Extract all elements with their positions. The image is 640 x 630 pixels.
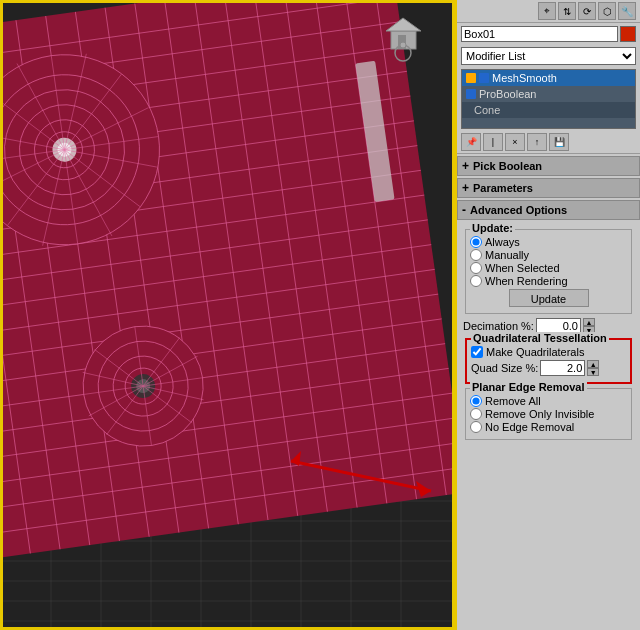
decimation-label: Decimation %: (463, 320, 534, 332)
modifier-stack: MeshSmooth ProBoolean Cone (461, 69, 636, 129)
pin-button[interactable]: 📌 (461, 133, 481, 151)
pick-boolean-header[interactable]: Pick Boolean (457, 156, 640, 176)
advanced-options-header[interactable]: Advanced Options (457, 200, 640, 220)
planar-invisible-item: Remove Only Invisible (470, 408, 627, 420)
parameters-label: Parameters (473, 182, 533, 194)
right-panel: ⌖ ⇅ ⟳ ⬡ 🔧 Modifier List MeshSmooth ProBo… (455, 0, 640, 630)
update-when-selected-radio[interactable] (470, 262, 482, 274)
parameters-toggle (462, 181, 469, 195)
scene-svg (1, 1, 455, 630)
update-radio-group: Always Manually When Selected When Rende… (470, 236, 627, 287)
quadrilateral-group: Quadrilateral Tessellation Make Quadrila… (465, 338, 632, 384)
update-button[interactable]: Update (509, 289, 589, 307)
quad-size-label: Quad Size %: (471, 362, 538, 374)
proboolean-icon (466, 89, 476, 99)
modifier-item-proboolean[interactable]: ProBoolean (462, 86, 635, 102)
advanced-toggle (462, 203, 466, 217)
toolbar-icon-1[interactable]: ⌖ (538, 2, 556, 20)
toolbar-icon-2[interactable]: ⇅ (558, 2, 576, 20)
quad-size-spinner: ▲ ▼ (587, 360, 599, 376)
planar-all-label: Remove All (485, 395, 541, 407)
pick-boolean-toggle (462, 159, 469, 173)
modifier-toolbar: 📌 | × ↑ 💾 (457, 131, 640, 154)
cone-label: Cone (474, 104, 500, 116)
meshsmooth-icon (466, 73, 476, 83)
update-manually-radio[interactable] (470, 249, 482, 261)
move-up-button[interactable]: ↑ (527, 133, 547, 151)
update-always-radio[interactable] (470, 236, 482, 248)
quad-size-row: Quad Size %: ▲ ▼ (471, 360, 626, 376)
planar-edge-title: Planar Edge Removal (470, 381, 587, 393)
update-when-rendering-item: When Rendering (470, 275, 627, 287)
show-end-button[interactable]: | (483, 133, 503, 151)
advanced-label: Advanced Options (470, 204, 567, 216)
advanced-options-content: Update: Always Manually When Selected Wh… (457, 222, 640, 447)
modifier-list-row: Modifier List (457, 45, 640, 67)
update-manually-item: Manually (470, 249, 627, 261)
modifier-item-cone[interactable]: Cone (462, 102, 635, 118)
remove-mod-button[interactable]: × (505, 133, 525, 151)
toolbar-icon-5[interactable]: 🔧 (618, 2, 636, 20)
planar-none-label: No Edge Removal (485, 421, 574, 433)
top-toolbar: ⌖ ⇅ ⟳ ⬡ 🔧 (457, 0, 640, 23)
update-when-selected-item: When Selected (470, 262, 627, 274)
object-name-input[interactable] (461, 26, 618, 42)
pick-boolean-label: Pick Boolean (473, 160, 542, 172)
planar-none-radio[interactable] (470, 421, 482, 433)
save-button[interactable]: 💾 (549, 133, 569, 151)
decimation-up[interactable]: ▲ (583, 318, 595, 326)
update-when-selected-label: When Selected (485, 262, 560, 274)
planar-radio-group: Remove All Remove Only Invisible No Edge… (470, 395, 627, 433)
quadrilateral-title: Quadrilateral Tessellation (471, 332, 609, 344)
object-color-swatch[interactable] (620, 26, 636, 42)
make-quads-label: Make Quadrilaterals (486, 346, 584, 358)
update-always-item: Always (470, 236, 627, 248)
meshsmooth-icon2 (479, 73, 489, 83)
update-always-label: Always (485, 236, 520, 248)
proboolean-label: ProBoolean (479, 88, 537, 100)
modifier-list-dropdown[interactable]: Modifier List (461, 47, 636, 65)
update-group: Update: Always Manually When Selected Wh… (465, 229, 632, 314)
update-manually-label: Manually (485, 249, 529, 261)
toolbar-icon-4[interactable]: ⬡ (598, 2, 616, 20)
planar-invisible-radio[interactable] (470, 408, 482, 420)
quad-size-down[interactable]: ▼ (587, 368, 599, 376)
modifier-item-meshsmooth[interactable]: MeshSmooth (462, 70, 635, 86)
update-when-rendering-radio[interactable] (470, 275, 482, 287)
meshsmooth-label: MeshSmooth (492, 72, 557, 84)
planar-edge-group: Planar Edge Removal Remove All Remove On… (465, 388, 632, 440)
update-when-rendering-label: When Rendering (485, 275, 568, 287)
make-quads-row: Make Quadrilaterals (471, 346, 626, 358)
planar-all-radio[interactable] (470, 395, 482, 407)
planar-all-item: Remove All (470, 395, 627, 407)
viewport[interactable] (0, 0, 455, 630)
quad-size-input[interactable] (540, 360, 585, 376)
planar-none-item: No Edge Removal (470, 421, 627, 433)
toolbar-icon-3[interactable]: ⟳ (578, 2, 596, 20)
object-name-row (457, 23, 640, 45)
planar-invisible-label: Remove Only Invisible (485, 408, 594, 420)
update-title: Update: (470, 222, 515, 234)
svg-point-86 (400, 42, 406, 48)
parameters-header[interactable]: Parameters (457, 178, 640, 198)
make-quads-checkbox[interactable] (471, 346, 483, 358)
quad-size-up[interactable]: ▲ (587, 360, 599, 368)
